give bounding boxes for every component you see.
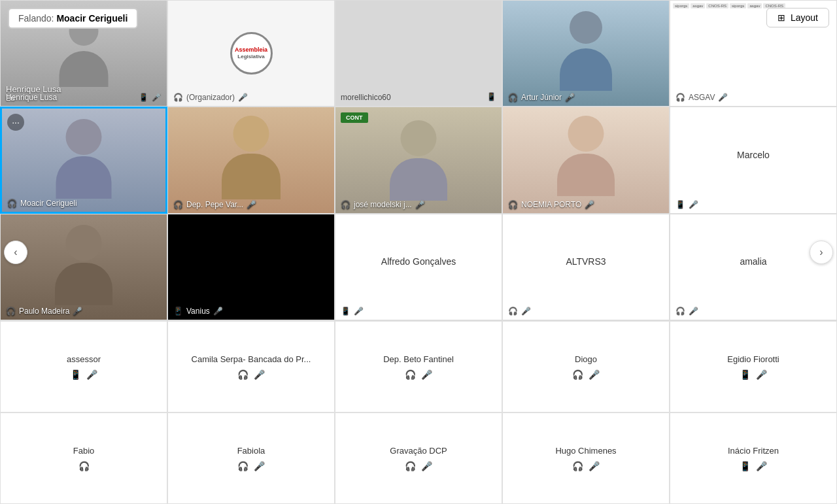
mute-icon-vanius: 🎤 (213, 307, 223, 316)
mute-icon-egidio: 🎤 (756, 369, 767, 380)
headphone-icon-amalia: 🎧 (675, 307, 685, 316)
tile-name-marcelo: Marcelo (737, 150, 770, 160)
speaking-label: Falando: (18, 13, 56, 24)
list-name-assessor: assessor (67, 354, 101, 364)
tile-artur: 🎧 Artur Júnior 🎤 (502, 0, 670, 107)
phone-icon-assessor: 📱 (70, 369, 81, 380)
tile-name-paulo: Paulo Madeira (19, 307, 69, 316)
cont-banner: CONT (341, 112, 368, 123)
list-name-gravacao: Gravação DCP (390, 446, 447, 456)
mute-icon-hugo: 🎤 (589, 461, 600, 471)
headphone-icon-moacir: 🎧 (7, 199, 17, 208)
phone-icon-alfredo: 📱 (341, 307, 350, 316)
tile-name-jose: josé modelski j... (354, 200, 412, 209)
list-name-egidio: Egidio Fiorotti (727, 354, 779, 364)
list-name-diogo: Diogo (575, 354, 597, 364)
tile-altvrs3: ALTVRS3 🎧 🎤 (502, 214, 670, 320)
mute-icon-dep-beto: 🎤 (421, 369, 432, 380)
phone-icon-inacio: 📱 (740, 461, 751, 471)
tile-alfredo: Alfredo Gonçalves 📱 🎤 (335, 214, 502, 320)
chevron-left-icon: ‹ (14, 246, 17, 258)
list-name-fabiola: Fabiola (237, 446, 265, 456)
mute-icon-asgav: 🎤 (718, 93, 728, 102)
mute-icon-assembly: 🎤 (238, 93, 248, 102)
tile-sub-henrique: Henrique Lusa Eu (6, 84, 61, 102)
mute-icon-gravacao: 🎤 (421, 461, 432, 471)
tile-name-morellichico: morellichico60 (341, 93, 391, 102)
tile-vanius: 📱 Vanius 🎤 (167, 214, 335, 320)
tile-name-artur: Artur Júnior (521, 93, 562, 102)
list-name-camila: Camila Serpa- Bancada do Pr... (192, 354, 311, 364)
list-item-assessor: assessor 📱 🎤 (0, 321, 167, 412)
prev-page-button[interactable]: ‹ (4, 241, 27, 264)
headphone-icon-noemia: 🎧 (508, 200, 518, 209)
next-page-button[interactable]: › (810, 241, 833, 264)
video-grid: Henrique Lusa Henrique Lusa Eu 📱 🎤 Assem… (0, 0, 837, 320)
list-item-fabio: Fabio 🎧 (0, 412, 167, 504)
headphone-icon-altvrs3: 🎧 (508, 307, 518, 316)
headphone-icon-fabio: 🎧 (78, 461, 90, 471)
mute-icon-amalia: 🎤 (689, 307, 698, 316)
tile-assembly: Assembleia Legislativa 🎧 (Organizador) 🎤 (167, 0, 335, 107)
headphone-icon-gravacao: 🎧 (405, 461, 416, 471)
headphone-icon-artur: 🎧 (508, 93, 518, 102)
list-item-dep-beto: Dep. Beto Fantinel 🎧 🎤 (335, 321, 502, 412)
mute-icon-diogo: 🎤 (589, 369, 600, 380)
headphone-icon-pepe: 🎧 (173, 200, 183, 209)
tile-paulo: 🎧 Paulo Madeira 🎤 (0, 214, 167, 320)
tile-pepe: 🎧 Dep. Pepe Var... 🎤 (167, 107, 335, 213)
phone-icon-marcelo: 📱 (675, 200, 685, 209)
headphone-icon-camila: 🎧 (237, 369, 248, 380)
headphone-icon-dep-beto: 🎧 (405, 369, 416, 380)
tile-name-alfredo: Alfredo Gonçalves (381, 256, 456, 267)
mute-icon-inacio: 🎤 (756, 461, 767, 471)
mute-icon-camila: 🎤 (254, 369, 265, 380)
list-item-fabiola: Fabiola 🎧 🎤 (167, 412, 335, 504)
mute-icon-jose: 🎤 (415, 200, 425, 209)
chevron-right-icon: › (819, 246, 823, 258)
headphone-icon-jose: 🎧 (341, 200, 350, 209)
phone-icon-morellichico: 📱 (487, 92, 496, 101)
headphone-icon-hugo: 🎧 (572, 461, 583, 471)
mute-icon-assessor: 🎤 (86, 369, 97, 380)
phone-icon-henrique: 📱 (139, 93, 148, 102)
tile-marcelo: Marcelo 📱 🎤 (670, 107, 837, 213)
tile-name-pepe: Dep. Pepe Var... (186, 200, 243, 209)
speaking-name: Moacir Cerigueli (56, 13, 128, 24)
list-name-fabio: Fabio (73, 446, 95, 456)
tile-moacir: ··· 🎧 Moacir Cerigueli (0, 107, 167, 213)
tile-amalia: amalia 🎧 🎤 (670, 214, 837, 320)
headphone-icon-assembly: 🎧 (173, 93, 183, 102)
tile-name-assembly: (Organizador) (186, 93, 235, 102)
tile-name-noemia: NOEMIA PORTO (521, 200, 581, 209)
layout-button[interactable]: ⊞ Layout (766, 8, 829, 27)
mute-icon-marcelo: 🎤 (689, 200, 698, 209)
list-name-dep-beto: Dep. Beto Fantinel (383, 354, 454, 364)
tile-noemia: 🎧 NOEMIA PORTO 🎤 (502, 107, 670, 213)
list-item-inacio: Inácio Fritzen 📱 🎤 (670, 412, 837, 504)
mute-icon-paulo: 🎤 (73, 307, 82, 316)
layout-button-label: Layout (791, 12, 818, 23)
mute-icon-noemia: 🎤 (585, 200, 594, 209)
tile-name-amalia: amalia (740, 256, 766, 267)
list-name-hugo: Hugo Chimenes (555, 446, 616, 456)
speaking-banner: Falando: Moacir Cerigueli (8, 8, 138, 29)
mute-icon-pepe: 🎤 (247, 200, 256, 209)
mute-icon-artur: 🎤 (565, 93, 575, 102)
mute-icon-altvrs3: 🎤 (521, 307, 531, 316)
tile-name-altvrs3: ALTVRS3 (566, 256, 606, 267)
mute-icon-henrique: 🎤 (152, 93, 162, 102)
phone-icon-egidio: 📱 (740, 369, 751, 380)
tile-name-vanius: Vanius (186, 307, 210, 316)
headphone-icon-diogo: 🎧 (572, 369, 583, 380)
tile-name-asgav: ASGAV (689, 93, 715, 102)
layout-grid-icon: ⊞ (777, 12, 785, 23)
list-name-inacio: Inácio Fritzen (728, 446, 779, 456)
mute-icon-fabiola: 🎤 (254, 461, 265, 471)
headphone-icon-fabiola: 🎧 (237, 461, 248, 471)
headphone-icon-paulo: 🎧 (6, 307, 16, 316)
list-item-camila: Camila Serpa- Bancada do Pr... 🎧 🎤 (167, 321, 335, 412)
headphone-icon-asgav: 🎧 (675, 93, 685, 102)
list-item-gravacao: Gravação DCP 🎧 🎤 (335, 412, 502, 504)
list-item-hugo: Hugo Chimenes 🎧 🎤 (502, 412, 670, 504)
